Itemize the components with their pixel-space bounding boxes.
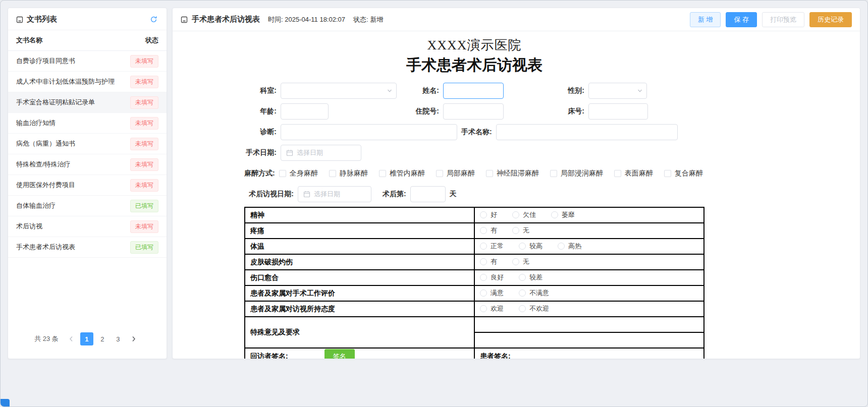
patient-name-input[interactable] xyxy=(443,83,504,99)
anesthesia-checkbox[interactable]: 椎管内麻醉 xyxy=(379,169,425,178)
document-list: 自费诊疗项目同意书未填写成人术中非计划低体温预防与护理未填写手术室合格证明粘贴记… xyxy=(8,51,167,258)
history-button[interactable]: 历史记录 xyxy=(809,12,852,27)
postop-day-input[interactable] xyxy=(410,186,446,202)
radio-option[interactable]: 欠佳 xyxy=(512,210,536,219)
radio-label: 满意 xyxy=(491,288,504,298)
next-page-button[interactable] xyxy=(127,332,140,345)
table-row: 皮肤破损灼伤有无 xyxy=(245,254,704,270)
prev-page-button[interactable] xyxy=(65,332,78,345)
radio-option[interactable]: 较高 xyxy=(519,242,542,251)
bed-no-input[interactable] xyxy=(588,103,648,120)
list-item[interactable]: 成人术中非计划低体温预防与护理未填写 xyxy=(8,72,167,92)
table-row: 精神好欠佳萎靡 xyxy=(245,207,704,223)
radio-option[interactable]: 无 xyxy=(512,226,529,235)
document-name: 手术患者术后访视表 xyxy=(16,243,75,252)
radio-circle xyxy=(480,227,487,234)
status-badge: 未填写 xyxy=(130,117,158,130)
list-item[interactable]: 病危（病重）通知书未填写 xyxy=(8,134,167,154)
radio-circle xyxy=(480,305,487,312)
radio-option[interactable]: 有 xyxy=(480,257,497,266)
radio-option[interactable]: 欢迎 xyxy=(480,304,504,313)
time-value: 2025-04-11 18:02:07 xyxy=(285,16,345,23)
postop-day-label: 术后第: xyxy=(383,190,406,199)
pagination: 共 23 条 123 xyxy=(8,324,167,359)
anesthesia-checkbox[interactable]: 全身麻醉 xyxy=(279,169,318,178)
checkbox-label: 静脉麻醉 xyxy=(340,169,368,178)
pagination-total: 共 23 条 xyxy=(34,334,59,343)
radio-option[interactable]: 无 xyxy=(512,257,529,266)
anesthesia-checkbox[interactable]: 神经阻滞麻醉 xyxy=(486,169,539,178)
anesthesia-checkbox[interactable]: 表面麻醉 xyxy=(614,169,653,178)
table-row: 体温正常较高高热 xyxy=(245,239,704,254)
surgery-name-input[interactable] xyxy=(496,124,678,140)
list-item[interactable]: 自体输血治疗已填写 xyxy=(8,196,167,216)
radio-label: 较差 xyxy=(529,273,542,282)
list-item[interactable]: 输血治疗知情未填写 xyxy=(8,113,167,134)
radio-option[interactable]: 萎靡 xyxy=(551,210,575,219)
radio-option[interactable]: 有 xyxy=(480,226,497,235)
list-item[interactable]: 自费诊疗项目同意书未填写 xyxy=(8,51,167,72)
anesthesia-checkbox[interactable]: 静脉麻醉 xyxy=(329,169,368,178)
checkbox-label: 椎管内麻醉 xyxy=(390,169,425,178)
list-item[interactable]: 手术室合格证明粘贴记录单未填写 xyxy=(8,92,167,113)
list-item[interactable]: 术后访视未填写 xyxy=(8,216,167,237)
anesthesia-checkbox[interactable]: 局部麻醉 xyxy=(436,169,475,178)
form-title: 手术患者术后访视表 xyxy=(244,55,704,76)
visitor-signature-label: 回访者签名: xyxy=(250,352,288,359)
diagnosis-input[interactable] xyxy=(281,124,457,140)
age-input[interactable] xyxy=(281,103,329,120)
special-requests-line-2[interactable] xyxy=(474,332,704,348)
radio-label: 有 xyxy=(491,226,497,235)
radio-option[interactable]: 良好 xyxy=(480,273,504,282)
save-button[interactable]: 保 存 xyxy=(726,12,757,27)
signature-row: 回访者签名: 签名 患者签名: xyxy=(245,348,704,359)
radio-label: 好 xyxy=(491,210,497,219)
chevron-down-icon xyxy=(387,88,392,93)
print-preview-button[interactable]: 打印预览 xyxy=(762,12,804,27)
refresh-icon[interactable] xyxy=(149,15,158,24)
radio-circle xyxy=(512,211,519,218)
add-button[interactable]: 新 增 xyxy=(690,12,721,27)
radio-label: 较高 xyxy=(529,242,542,251)
radio-option[interactable]: 好 xyxy=(480,210,497,219)
hospital-name: XXXX演示医院 xyxy=(244,36,704,54)
department-select[interactable] xyxy=(281,83,397,99)
list-item[interactable]: 特殊检查/特殊治疗未填写 xyxy=(8,154,167,175)
signature-button[interactable]: 签名 xyxy=(324,349,355,359)
special-requests-row: 特殊意见及要求 xyxy=(245,317,704,332)
radio-circle xyxy=(519,289,526,297)
status-badge: 未填写 xyxy=(130,158,158,171)
app-window: 文书列表 文书名称 状态 自费诊疗项目同意书未填写成人术中非计划低体温预防与护理… xyxy=(0,0,868,407)
checkbox-label: 全身麻醉 xyxy=(290,169,318,178)
radio-option[interactable]: 满意 xyxy=(480,288,504,298)
gender-select[interactable] xyxy=(588,83,647,99)
admission-no-input[interactable] xyxy=(443,103,504,120)
surgery-name-label: 手术名称: xyxy=(461,128,492,137)
list-item[interactable]: 手术患者术后访视表已填写 xyxy=(8,237,167,258)
radio-label: 欢迎 xyxy=(491,304,504,313)
table-row: 伤口愈合良好较差 xyxy=(245,270,704,285)
status-badge: 未填写 xyxy=(130,220,158,233)
visit-date-picker[interactable]: 选择日期 xyxy=(298,186,371,202)
surgery-date-label: 手术日期: xyxy=(244,148,277,157)
radio-option[interactable]: 较差 xyxy=(519,273,542,282)
surgery-date-picker[interactable]: 选择日期 xyxy=(281,145,361,161)
radio-label: 良好 xyxy=(491,273,504,282)
anesthesia-checkbox[interactable]: 复合麻醉 xyxy=(664,169,703,178)
radio-label: 无 xyxy=(523,257,529,266)
pagination-pages: 123 xyxy=(80,332,125,345)
page-button[interactable]: 3 xyxy=(112,332,125,345)
radio-option[interactable]: 不满意 xyxy=(519,288,549,298)
radio-circle xyxy=(480,211,487,218)
radio-option[interactable]: 正常 xyxy=(480,242,504,251)
anesthesia-checkbox[interactable]: 局部浸润麻醉 xyxy=(550,169,603,178)
page-button[interactable]: 1 xyxy=(80,332,93,345)
special-requests-line-1[interactable] xyxy=(474,317,704,332)
anesthesia-label: 麻醉方式: xyxy=(244,169,275,178)
main-header: 手术患者术后访视表 时间: 2025-04-11 18:02:07 状态: 新增… xyxy=(173,8,860,31)
document-name: 术后访视 xyxy=(16,222,42,231)
radio-option[interactable]: 不欢迎 xyxy=(519,304,549,313)
page-button[interactable]: 2 xyxy=(96,332,109,345)
list-item[interactable]: 使用医保外付费项目未填写 xyxy=(8,175,167,196)
radio-option[interactable]: 高热 xyxy=(558,242,581,251)
